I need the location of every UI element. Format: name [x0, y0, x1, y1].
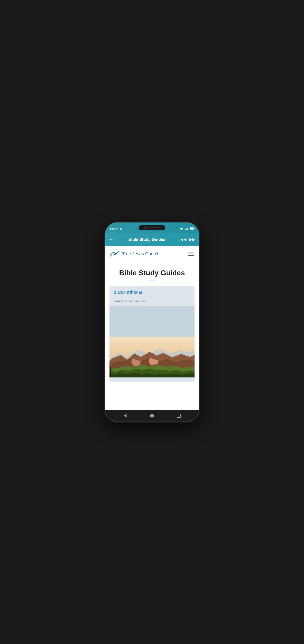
nav-back-button[interactable] — [120, 411, 130, 420]
app-bar-title: Bible Study Guides — [117, 237, 177, 242]
hamburger-line-3 — [188, 255, 194, 256]
wifi-icon — [180, 227, 183, 230]
svg-marker-15 — [124, 414, 127, 418]
title-underline — [148, 280, 156, 280]
rewind-button[interactable]: ◀◀ — [180, 237, 186, 242]
svg-rect-8 — [194, 228, 194, 230]
svg-point-2 — [181, 230, 182, 230]
logo-text: True Jesus Church — [122, 251, 160, 256]
phone-notch — [139, 225, 165, 230]
phone-camera — [144, 226, 147, 229]
mountain-landscape-image — [110, 337, 194, 378]
logo-bird-icon — [110, 249, 121, 258]
card-bottom-bg — [110, 378, 194, 382]
main-content: Bible Study Guides 1 Corinthians BIBLE S… — [105, 262, 199, 382]
hamburger-line-2 — [188, 254, 194, 254]
svg-rect-5 — [187, 228, 188, 230]
card-subtitle: BIBLE STUDY GUIDES — [114, 300, 190, 306]
card-image-placeholder — [110, 306, 194, 337]
nav-recents-button[interactable] — [174, 411, 184, 420]
logo-area: True Jesus Church — [110, 249, 160, 258]
svg-rect-3 — [185, 230, 186, 230]
page-title: Bible Study Guides — [110, 269, 194, 277]
status-left: 11:51 ⚙ — [110, 227, 123, 231]
app-bar: ← Bible Study Guides ◀◀ ▶▶ — [105, 233, 199, 246]
signal-icon — [185, 227, 188, 230]
settings-icon: ⚙ — [120, 227, 123, 230]
card-title: 1 Corinthians — [114, 290, 190, 295]
nav-home-button[interactable] — [147, 411, 157, 420]
svg-rect-9 — [190, 228, 193, 230]
svg-point-16 — [150, 414, 154, 418]
app-bar-controls: ◀◀ ▶▶ — [180, 237, 195, 242]
battery-icon — [190, 228, 194, 230]
status-right — [180, 227, 194, 230]
phone-speaker — [149, 227, 160, 228]
fast-forward-button[interactable]: ▶▶ — [189, 237, 195, 242]
svg-rect-4 — [186, 229, 187, 230]
hamburger-line-1 — [188, 252, 194, 252]
web-content: True Jesus Church Bible Study Guides 1 C… — [105, 246, 199, 382]
status-time: 11:51 — [110, 227, 118, 231]
phone-screen: 11:51 ⚙ — [105, 222, 199, 422]
back-button[interactable]: ← — [109, 237, 114, 242]
hamburger-menu-button[interactable] — [187, 251, 194, 257]
phone-frame: 11:51 ⚙ — [105, 222, 199, 422]
study-card[interactable]: 1 Corinthians BIBLE STUDY GUIDES — [110, 286, 194, 382]
site-header: True Jesus Church — [105, 246, 199, 262]
card-top: 1 Corinthians BIBLE STUDY GUIDES — [110, 286, 194, 306]
svg-rect-17 — [177, 414, 181, 418]
bottom-nav — [105, 410, 199, 422]
svg-rect-6 — [188, 228, 188, 230]
